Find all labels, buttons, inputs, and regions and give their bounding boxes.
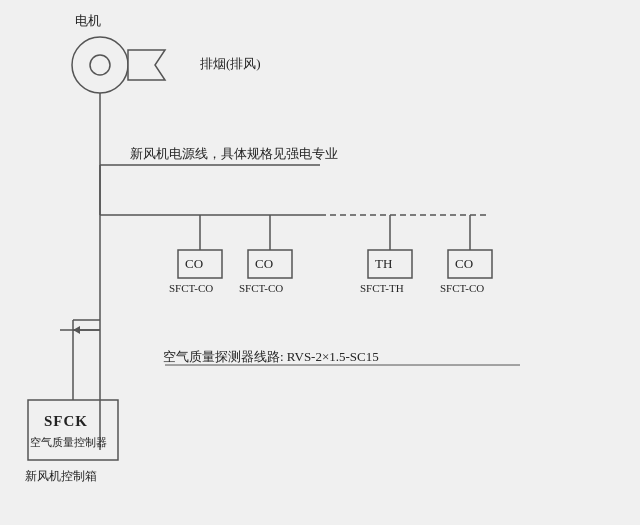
- svg-rect-19: [28, 400, 118, 460]
- air-quality-line-text: 空气质量探测器线路: RVS-2×1.5-SC15: [163, 349, 379, 364]
- control-box-label: 新风机控制箱: [25, 468, 97, 485]
- sensor1-label: CO: [185, 256, 203, 272]
- motor-label: 电机: [75, 12, 101, 30]
- sensor3-bottom-label: SFCT-TH: [360, 282, 404, 294]
- power-line-label: 新风机电源线，具体规格见强电专业: [130, 145, 338, 163]
- svg-point-1: [90, 55, 110, 75]
- sensor1-bottom-label: SFCT-CO: [169, 282, 213, 294]
- controller-text: SFCK: [44, 413, 88, 430]
- sensor4-bottom-label: SFCT-CO: [440, 282, 484, 294]
- exhaust-label: 排烟(排风): [200, 55, 261, 73]
- air-quality-line-label: 空气质量探测器线路: RVS-2×1.5-SC15: [163, 348, 379, 366]
- diagram: 电机 排烟(排风) 新风机电源线，具体规格见强电专业 CO CO TH CO S…: [0, 0, 640, 525]
- sensor2-bottom-label: SFCT-CO: [239, 282, 283, 294]
- sensor2-label: CO: [255, 256, 273, 272]
- controller-desc: 空气质量控制器: [30, 435, 107, 450]
- sensor4-label: CO: [455, 256, 473, 272]
- sensor3-label: TH: [375, 256, 392, 272]
- svg-marker-25: [73, 326, 80, 334]
- svg-marker-2: [128, 50, 165, 80]
